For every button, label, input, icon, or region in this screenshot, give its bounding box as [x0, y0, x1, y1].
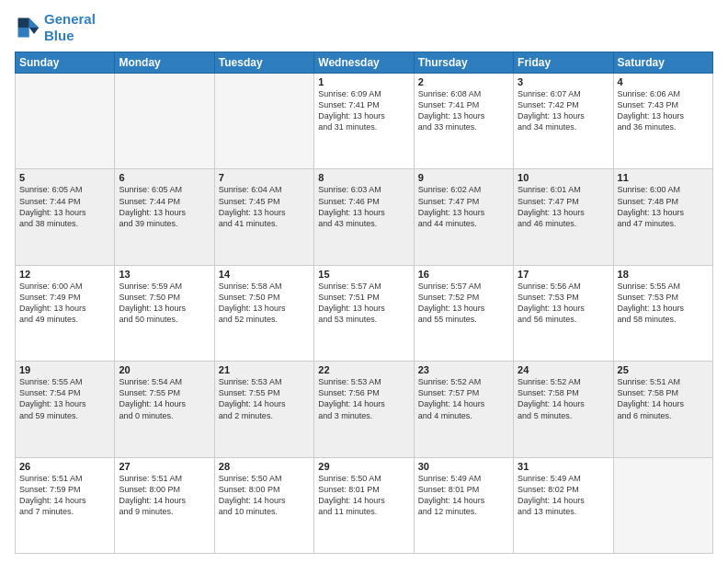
- day-number: 10: [518, 172, 609, 183]
- day-info: Sunrise: 6:03 AM Sunset: 7:46 PM Dayligh…: [318, 184, 409, 229]
- calendar-day-6: 6Sunrise: 6:05 AM Sunset: 7:44 PM Daylig…: [115, 169, 214, 265]
- calendar-day-10: 10Sunrise: 6:01 AM Sunset: 7:47 PM Dayli…: [514, 169, 613, 265]
- column-header-friday: Friday: [514, 52, 613, 74]
- calendar-day-19: 19Sunrise: 5:55 AM Sunset: 7:54 PM Dayli…: [16, 362, 115, 457]
- calendar-day-1: 1Sunrise: 6:09 AM Sunset: 7:41 PM Daylig…: [314, 74, 414, 169]
- calendar-day-16: 16Sunrise: 5:57 AM Sunset: 7:52 PM Dayli…: [414, 265, 513, 361]
- day-number: 13: [119, 269, 210, 280]
- calendar-day-22: 22Sunrise: 5:53 AM Sunset: 7:56 PM Dayli…: [314, 362, 414, 457]
- day-number: 25: [618, 364, 709, 375]
- column-header-wednesday: Wednesday: [314, 52, 414, 74]
- day-info: Sunrise: 5:49 AM Sunset: 8:01 PM Dayligh…: [418, 473, 509, 518]
- calendar-day-17: 17Sunrise: 5:56 AM Sunset: 7:53 PM Dayli…: [514, 265, 613, 361]
- calendar-day-31: 31Sunrise: 5:49 AM Sunset: 8:02 PM Dayli…: [514, 457, 613, 553]
- calendar-week-row: 1Sunrise: 6:09 AM Sunset: 7:41 PM Daylig…: [16, 74, 713, 169]
- day-info: Sunrise: 6:00 AM Sunset: 7:48 PM Dayligh…: [618, 184, 709, 229]
- day-number: 30: [418, 461, 509, 472]
- day-number: 24: [518, 364, 609, 375]
- day-number: 29: [318, 461, 409, 472]
- svg-marker-1: [29, 28, 40, 34]
- logo-line1: General: [44, 11, 96, 28]
- day-info: Sunrise: 6:09 AM Sunset: 7:41 PM Dayligh…: [318, 88, 409, 133]
- day-info: Sunrise: 5:54 AM Sunset: 7:55 PM Dayligh…: [119, 376, 210, 421]
- calendar-day-7: 7Sunrise: 6:04 AM Sunset: 7:45 PM Daylig…: [214, 169, 313, 265]
- logo-text: General Blue: [44, 11, 96, 44]
- calendar-day-28: 28Sunrise: 5:50 AM Sunset: 8:00 PM Dayli…: [214, 457, 313, 553]
- svg-rect-3: [18, 28, 29, 38]
- day-info: Sunrise: 6:08 AM Sunset: 7:41 PM Dayligh…: [418, 88, 509, 133]
- day-info: Sunrise: 5:52 AM Sunset: 7:57 PM Dayligh…: [418, 376, 509, 421]
- calendar-day-23: 23Sunrise: 5:52 AM Sunset: 7:57 PM Dayli…: [414, 362, 513, 457]
- calendar-day-9: 9Sunrise: 6:02 AM Sunset: 7:47 PM Daylig…: [414, 169, 513, 265]
- day-number: 26: [19, 461, 110, 472]
- calendar-day-empty: [613, 457, 712, 553]
- calendar-day-13: 13Sunrise: 5:59 AM Sunset: 7:50 PM Dayli…: [115, 265, 214, 361]
- day-info: Sunrise: 6:02 AM Sunset: 7:47 PM Dayligh…: [418, 184, 509, 229]
- day-info: Sunrise: 5:53 AM Sunset: 7:55 PM Dayligh…: [219, 376, 310, 421]
- day-number: 21: [219, 364, 310, 375]
- calendar-day-3: 3Sunrise: 6:07 AM Sunset: 7:42 PM Daylig…: [514, 74, 613, 169]
- day-number: 2: [418, 76, 509, 87]
- day-number: 31: [518, 461, 609, 472]
- column-header-thursday: Thursday: [414, 52, 513, 74]
- day-number: 15: [318, 269, 409, 280]
- calendar-header-row: SundayMondayTuesdayWednesdayThursdayFrid…: [16, 52, 713, 74]
- svg-rect-2: [18, 18, 29, 29]
- calendar-day-30: 30Sunrise: 5:49 AM Sunset: 8:01 PM Dayli…: [414, 457, 513, 553]
- day-number: 14: [219, 269, 310, 280]
- calendar-day-empty: [115, 74, 214, 169]
- calendar-day-20: 20Sunrise: 5:54 AM Sunset: 7:55 PM Dayli…: [115, 362, 214, 457]
- day-info: Sunrise: 5:57 AM Sunset: 7:51 PM Dayligh…: [318, 281, 409, 326]
- calendar-day-empty: [16, 74, 115, 169]
- day-number: 22: [318, 364, 409, 375]
- day-number: 9: [418, 172, 509, 183]
- day-info: Sunrise: 5:55 AM Sunset: 7:54 PM Dayligh…: [19, 376, 110, 421]
- day-number: 23: [418, 364, 509, 375]
- day-info: Sunrise: 5:55 AM Sunset: 7:53 PM Dayligh…: [618, 281, 709, 326]
- column-header-saturday: Saturday: [613, 52, 712, 74]
- day-info: Sunrise: 6:04 AM Sunset: 7:45 PM Dayligh…: [219, 184, 310, 229]
- day-number: 7: [219, 172, 310, 183]
- day-number: 4: [618, 76, 709, 87]
- day-info: Sunrise: 5:50 AM Sunset: 8:01 PM Dayligh…: [318, 473, 409, 518]
- day-info: Sunrise: 5:59 AM Sunset: 7:50 PM Dayligh…: [119, 281, 210, 326]
- calendar-day-26: 26Sunrise: 5:51 AM Sunset: 7:59 PM Dayli…: [16, 457, 115, 553]
- calendar-day-15: 15Sunrise: 5:57 AM Sunset: 7:51 PM Dayli…: [314, 265, 414, 361]
- svg-marker-0: [29, 18, 40, 29]
- calendar-day-8: 8Sunrise: 6:03 AM Sunset: 7:46 PM Daylig…: [314, 169, 414, 265]
- calendar-day-4: 4Sunrise: 6:06 AM Sunset: 7:43 PM Daylig…: [613, 74, 712, 169]
- calendar-day-24: 24Sunrise: 5:52 AM Sunset: 7:58 PM Dayli…: [514, 362, 613, 457]
- calendar-day-29: 29Sunrise: 5:50 AM Sunset: 8:01 PM Dayli…: [314, 457, 414, 553]
- calendar-day-empty: [214, 74, 313, 169]
- day-number: 12: [19, 269, 110, 280]
- day-number: 1: [318, 76, 409, 87]
- day-info: Sunrise: 5:49 AM Sunset: 8:02 PM Dayligh…: [518, 473, 609, 518]
- day-number: 20: [119, 364, 210, 375]
- day-number: 6: [119, 172, 210, 183]
- day-info: Sunrise: 5:52 AM Sunset: 7:58 PM Dayligh…: [518, 376, 609, 421]
- calendar-week-row: 12Sunrise: 6:00 AM Sunset: 7:49 PM Dayli…: [16, 265, 713, 361]
- day-info: Sunrise: 6:01 AM Sunset: 7:47 PM Dayligh…: [518, 184, 609, 229]
- logo-icon: [15, 15, 40, 40]
- calendar-day-2: 2Sunrise: 6:08 AM Sunset: 7:41 PM Daylig…: [414, 74, 513, 169]
- day-info: Sunrise: 5:51 AM Sunset: 7:58 PM Dayligh…: [618, 376, 709, 421]
- day-info: Sunrise: 5:58 AM Sunset: 7:50 PM Dayligh…: [219, 281, 310, 326]
- calendar-day-11: 11Sunrise: 6:00 AM Sunset: 7:48 PM Dayli…: [613, 169, 712, 265]
- day-number: 3: [518, 76, 609, 87]
- day-info: Sunrise: 5:56 AM Sunset: 7:53 PM Dayligh…: [518, 281, 609, 326]
- page: General Blue SundayMondayTuesdayWednesda…: [0, 0, 728, 563]
- day-number: 11: [618, 172, 709, 183]
- column-header-monday: Monday: [115, 52, 214, 74]
- day-info: Sunrise: 6:07 AM Sunset: 7:42 PM Dayligh…: [518, 88, 609, 133]
- day-info: Sunrise: 6:05 AM Sunset: 7:44 PM Dayligh…: [19, 184, 110, 229]
- calendar-week-row: 5Sunrise: 6:05 AM Sunset: 7:44 PM Daylig…: [16, 169, 713, 265]
- calendar-day-12: 12Sunrise: 6:00 AM Sunset: 7:49 PM Dayli…: [16, 265, 115, 361]
- day-info: Sunrise: 5:57 AM Sunset: 7:52 PM Dayligh…: [418, 281, 509, 326]
- day-number: 16: [418, 269, 509, 280]
- day-number: 5: [19, 172, 110, 183]
- logo: General Blue: [15, 11, 96, 44]
- calendar-week-row: 19Sunrise: 5:55 AM Sunset: 7:54 PM Dayli…: [16, 362, 713, 457]
- calendar-day-25: 25Sunrise: 5:51 AM Sunset: 7:58 PM Dayli…: [613, 362, 712, 457]
- column-header-tuesday: Tuesday: [214, 52, 313, 74]
- day-number: 18: [618, 269, 709, 280]
